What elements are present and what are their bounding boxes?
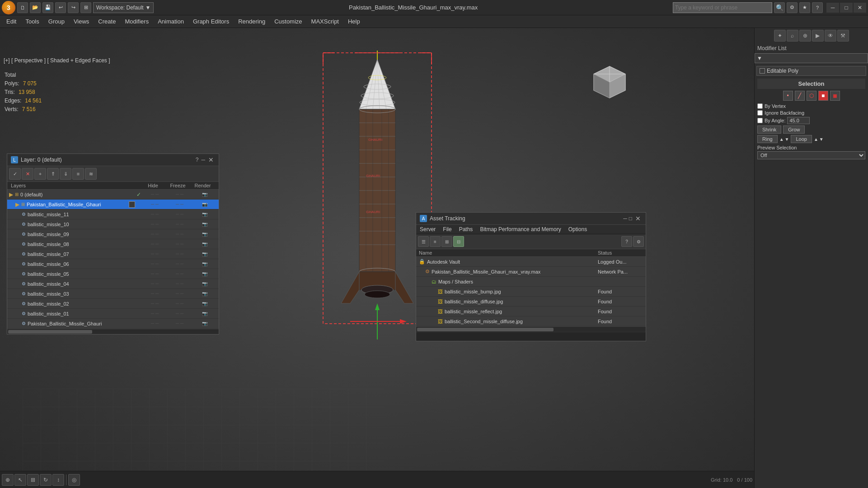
editable-poly-checkbox[interactable] bbox=[760, 68, 765, 74]
expand-icon[interactable]: ▶ bbox=[9, 191, 13, 198]
expand-icon[interactable]: ▶ bbox=[15, 201, 19, 208]
layer-row[interactable]: ⚙ ballistic_missle_08 ─ ─ ─ ─ 📷 bbox=[7, 239, 219, 249]
layer-row[interactable]: ⚙ Pakistan_Ballistic_Missile_Ghauri ─ ─ … bbox=[7, 319, 219, 329]
layer-row[interactable]: ⚙ ballistic_missle_06 ─ ─ ─ ─ 📷 bbox=[7, 259, 219, 269]
vertex-select-icon[interactable]: • bbox=[783, 91, 793, 101]
menu-views[interactable]: Views bbox=[69, 16, 94, 27]
asset-row[interactable]: 🔒 Autodesk Vault Logged Ou... bbox=[416, 257, 646, 267]
layer-hide-dash[interactable]: ─ ─ bbox=[142, 202, 167, 207]
layer-close-button[interactable]: ✕ bbox=[207, 156, 215, 164]
rotate-button[interactable]: ↻ bbox=[40, 474, 52, 486]
asset-menu-options[interactable]: Options bbox=[565, 225, 591, 234]
menu-animation[interactable]: Animation bbox=[153, 16, 188, 27]
layer-render-dash[interactable]: 📷 bbox=[192, 321, 217, 326]
layer-freeze-dash[interactable]: ─ ─ bbox=[167, 202, 192, 207]
layer-row[interactable]: ⚙ ballistic_missle_02 ─ ─ ─ ─ 📷 bbox=[7, 299, 219, 309]
layer-row[interactable]: ▶ ⊞ 0 (default) ✓ ─ ─ ─ ─ 📷 bbox=[7, 190, 219, 200]
viewport-cube[interactable] bbox=[591, 64, 628, 100]
menu-graph-editors[interactable]: Graph Editors bbox=[188, 16, 234, 27]
layer-hide-dash[interactable]: ─ ─ bbox=[142, 212, 167, 217]
asset-tool-list[interactable]: ☰ bbox=[418, 236, 429, 247]
menu-modifiers[interactable]: Modifiers bbox=[120, 16, 153, 27]
layer-tool-select[interactable]: ✓ bbox=[9, 168, 21, 180]
layer-freeze-dash[interactable]: ─ ─ bbox=[167, 232, 192, 237]
transform-button[interactable]: ⊞ bbox=[27, 474, 39, 486]
asset-row[interactable]: 🗂 Maps / Shaders bbox=[416, 277, 646, 287]
menu-group[interactable]: Group bbox=[44, 16, 69, 27]
shrink-button[interactable]: Shrink bbox=[757, 125, 781, 134]
select-button[interactable]: ↖ bbox=[14, 474, 26, 486]
menu-maxscript[interactable]: MAXScript bbox=[307, 16, 343, 27]
asset-menu-bitmap-perf[interactable]: Bitmap Performance and Memory bbox=[476, 225, 564, 234]
layer-render-dash[interactable]: 📷 bbox=[192, 242, 217, 246]
element-select-icon[interactable]: ◼ bbox=[830, 91, 840, 101]
layer-freeze-dash[interactable]: ─ ─ bbox=[167, 321, 192, 326]
search-input[interactable] bbox=[675, 5, 747, 11]
search-button[interactable]: 🔍 bbox=[774, 2, 785, 13]
layer-hide-dash[interactable]: ─ ─ bbox=[142, 261, 167, 266]
layer-hide-dash[interactable]: ─ ─ bbox=[142, 192, 167, 197]
new-file-button[interactable]: 🗋 bbox=[17, 2, 28, 13]
rename-box[interactable] bbox=[129, 201, 135, 208]
layer-freeze-dash[interactable]: ─ ─ bbox=[167, 222, 192, 227]
asset-tool-help[interactable]: ? bbox=[621, 236, 632, 247]
layer-hide-dash[interactable]: ─ ─ bbox=[142, 242, 167, 246]
by-angle-checkbox[interactable] bbox=[757, 118, 763, 123]
layer-row[interactable]: ⚙ ballistic_missle_10 ─ ─ ─ ─ 📷 bbox=[7, 219, 219, 229]
time-slider[interactable]: 0 / 100 bbox=[737, 477, 752, 483]
ref-coord-button[interactable]: ◎ bbox=[68, 474, 80, 486]
layer-hide-dash[interactable]: ─ ─ bbox=[142, 311, 167, 316]
layer-render-dash[interactable]: 📷 bbox=[192, 261, 217, 266]
ignore-backfacing-checkbox[interactable] bbox=[757, 110, 763, 116]
scale-button[interactable]: ↕ bbox=[52, 474, 64, 486]
loop-up-icon[interactable]: ▲ bbox=[814, 137, 818, 142]
layer-freeze-dash[interactable]: ─ ─ bbox=[167, 242, 192, 246]
select-filter-button[interactable]: ⊕ bbox=[2, 474, 14, 486]
layer-row[interactable]: ⚙ ballistic_missle_11 ─ ─ ─ ─ 📷 bbox=[7, 209, 219, 219]
layer-row[interactable]: ▶ ⊞ Pakistan_Ballistic_Missile_Ghauri ─ … bbox=[7, 200, 219, 209]
menu-help[interactable]: Help bbox=[343, 16, 365, 27]
layer-minimize-button[interactable]: ─ bbox=[201, 157, 205, 163]
editable-poly-row[interactable]: Editable Poly bbox=[756, 66, 866, 76]
layer-render-dash[interactable]: 📷 bbox=[192, 202, 217, 207]
layer-render-dash[interactable]: 📷 bbox=[192, 192, 217, 197]
ring-button[interactable]: Ring bbox=[757, 135, 778, 143]
layer-freeze-dash[interactable]: ─ ─ bbox=[167, 291, 192, 296]
display-panel-icon[interactable]: 👁 bbox=[825, 30, 836, 42]
maximize-button[interactable]: □ bbox=[840, 3, 853, 13]
open-file-button[interactable]: 📂 bbox=[30, 2, 41, 13]
close-button[interactable]: ✕ bbox=[854, 3, 866, 13]
poly-select-icon[interactable]: ■ bbox=[818, 91, 828, 101]
modifier-list-dropdown[interactable]: ▼ bbox=[755, 53, 868, 63]
layer-freeze-dash[interactable]: ─ ─ bbox=[167, 212, 192, 217]
create-panel-icon[interactable]: ✦ bbox=[774, 30, 786, 42]
layer-hide-dash[interactable]: ─ ─ bbox=[142, 251, 167, 256]
layer-tool-more[interactable]: ≋ bbox=[85, 168, 97, 180]
asset-menu-file[interactable]: File bbox=[439, 225, 455, 234]
layer-row[interactable]: ⚙ ballistic_missle_01 ─ ─ ─ ─ 📷 bbox=[7, 309, 219, 319]
ring-up-icon[interactable]: ▲ bbox=[779, 137, 784, 142]
layer-render-dash[interactable]: 📷 bbox=[192, 291, 217, 296]
layer-hide-dash[interactable]: ─ ─ bbox=[142, 222, 167, 227]
layer-render-dash[interactable]: 📷 bbox=[192, 311, 217, 316]
loop-button[interactable]: Loop bbox=[791, 135, 812, 143]
undo-button[interactable]: ↩ bbox=[55, 2, 66, 13]
preview-selection-dropdown[interactable]: Off SubObj Multi bbox=[757, 151, 865, 159]
border-select-icon[interactable]: ⬡ bbox=[807, 91, 816, 101]
layer-freeze-dash[interactable]: ─ ─ bbox=[167, 251, 192, 256]
asset-close-button[interactable]: ✕ bbox=[634, 214, 642, 223]
layer-freeze-dash[interactable]: ─ ─ bbox=[167, 192, 192, 197]
asset-menu-paths[interactable]: Paths bbox=[455, 225, 477, 234]
layer-freeze-dash[interactable]: ─ ─ bbox=[167, 301, 192, 306]
layer-freeze-dash[interactable]: ─ ─ bbox=[167, 311, 192, 316]
workspace-dropdown[interactable]: Workspace: Default ▼ bbox=[93, 2, 154, 13]
layer-hide-dash[interactable]: ─ ─ bbox=[142, 291, 167, 296]
layer-tool-add[interactable]: + bbox=[34, 168, 46, 180]
modify-panel-icon[interactable]: ⌕ bbox=[787, 30, 798, 42]
asset-tool-table[interactable]: ⊟ bbox=[453, 236, 464, 247]
loop-down-icon[interactable]: ▼ bbox=[819, 137, 824, 142]
save-file-button[interactable]: 💾 bbox=[42, 2, 53, 13]
asset-scrollbar[interactable] bbox=[416, 326, 646, 332]
asset-maximize-button[interactable]: □ bbox=[629, 215, 632, 222]
layer-button[interactable]: ⊞ bbox=[80, 2, 91, 13]
